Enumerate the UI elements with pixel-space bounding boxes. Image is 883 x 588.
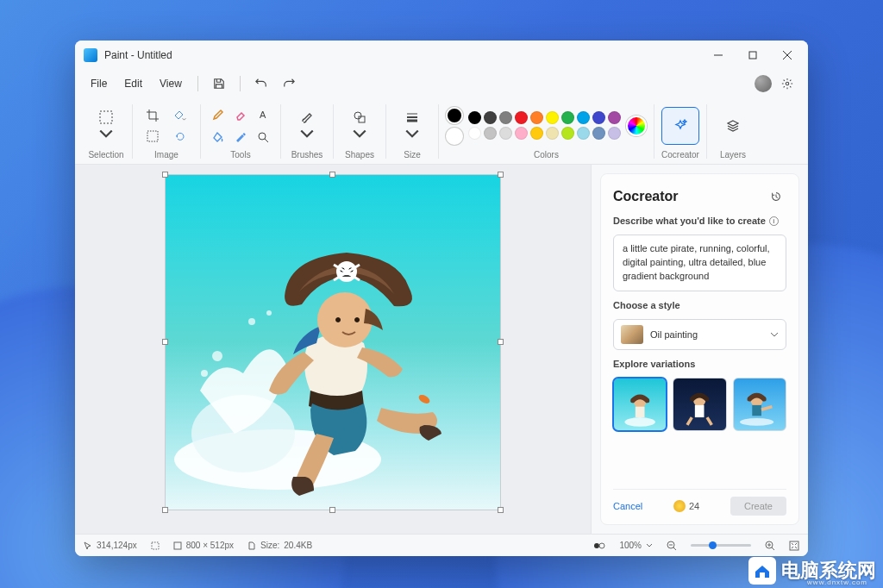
ribbon-group-layers: Layers <box>709 99 757 164</box>
ribbon-group-cocreator: Cocreator <box>656 99 705 164</box>
menu-file[interactable]: File <box>84 74 114 93</box>
variation-thumb[interactable] <box>613 378 667 431</box>
color-swatch[interactable] <box>546 111 559 124</box>
selection-tool[interactable] <box>87 105 125 147</box>
color-swatch[interactable] <box>468 111 481 124</box>
menu-view[interactable]: View <box>153 74 189 93</box>
ribbon-label: Shapes <box>345 150 374 162</box>
resize-handle[interactable] <box>329 172 335 178</box>
color-picker-button[interactable] <box>626 116 647 136</box>
color-swatch[interactable] <box>484 111 497 124</box>
variation-thumb[interactable] <box>673 378 726 431</box>
svg-point-21 <box>317 292 373 347</box>
magnify-tool[interactable] <box>253 127 273 147</box>
primary-color[interactable] <box>446 107 463 124</box>
shapes-tool[interactable] <box>341 105 379 147</box>
chevron-down-icon <box>299 127 315 142</box>
svg-line-9 <box>265 139 268 142</box>
color-swatch[interactable] <box>592 111 605 124</box>
color-swatch[interactable] <box>499 127 512 140</box>
redo-button[interactable] <box>277 72 301 96</box>
color-swatch[interactable] <box>561 127 574 140</box>
ribbon-label: Layers <box>720 150 746 162</box>
resize-handle[interactable] <box>162 339 168 345</box>
zoom-value[interactable]: 100% <box>619 541 653 550</box>
color-mode-toggle[interactable] <box>593 541 605 550</box>
fill-tool[interactable] <box>208 127 229 147</box>
color-swatch[interactable] <box>546 127 559 140</box>
svg-rect-5 <box>100 111 112 123</box>
color-swatch[interactable] <box>484 127 497 140</box>
create-button[interactable]: Create <box>730 497 786 516</box>
prompt-input[interactable]: a little cute pirate, running, colorful,… <box>613 235 786 291</box>
settings-button[interactable] <box>775 72 799 96</box>
color-swatch[interactable] <box>608 127 621 140</box>
minimize-button[interactable] <box>701 41 736 70</box>
close-button[interactable] <box>770 41 805 70</box>
pencil-tool[interactable] <box>208 104 229 125</box>
zoom-slider[interactable] <box>691 544 751 547</box>
ribbon-label: Image <box>154 150 178 162</box>
svg-line-46 <box>772 547 774 550</box>
save-button[interactable] <box>207 72 231 96</box>
color-swatch[interactable] <box>577 127 590 140</box>
style-dropdown[interactable]: Oil painting <box>613 319 786 350</box>
secondary-color[interactable] <box>446 128 463 145</box>
resize-handle[interactable] <box>162 172 168 178</box>
color-swatch[interactable] <box>468 127 481 140</box>
info-icon[interactable]: i <box>769 216 779 226</box>
resize-handle[interactable] <box>498 507 504 513</box>
color-swatch[interactable] <box>608 111 621 124</box>
color-swatch[interactable] <box>577 111 590 124</box>
svg-point-35 <box>740 418 773 426</box>
layers-button[interactable] <box>714 107 752 145</box>
chevron-down-icon <box>404 127 420 142</box>
ribbon-label: Tools <box>230 150 250 162</box>
brushes-tool[interactable] <box>288 105 326 147</box>
menubar: File Edit View <box>75 70 808 97</box>
color-swatch[interactable] <box>530 111 543 124</box>
ribbon-label: Size <box>404 150 420 162</box>
user-avatar[interactable] <box>755 75 772 92</box>
resize-tool[interactable] <box>167 106 193 125</box>
color-swatch[interactable] <box>499 111 512 124</box>
maximize-button[interactable] <box>736 41 770 70</box>
desktop-background: Paint - Untitled File Edit View <box>0 0 883 588</box>
menu-edit[interactable]: Edit <box>117 74 149 93</box>
color-swatch[interactable] <box>530 127 543 140</box>
color-swatch[interactable] <box>515 111 528 124</box>
svg-rect-11 <box>359 116 365 122</box>
text-tool[interactable]: A <box>253 104 273 125</box>
canvas-area[interactable] <box>75 165 591 534</box>
select-all-tool[interactable] <box>140 127 166 146</box>
canvas-image <box>166 175 500 510</box>
canvas[interactable] <box>166 175 500 510</box>
style-name: Oil painting <box>650 329 763 340</box>
eraser-tool[interactable] <box>230 104 251 125</box>
eyedropper-tool[interactable] <box>230 127 251 147</box>
resize-handle[interactable] <box>498 172 504 178</box>
size-tool[interactable] <box>393 105 431 147</box>
history-button[interactable] <box>766 186 786 207</box>
color-swatch[interactable] <box>515 127 528 140</box>
zoom-in-button[interactable] <box>765 541 775 551</box>
fit-screen-button[interactable] <box>789 541 799 551</box>
style-label: Choose a style <box>613 300 786 310</box>
resize-handle[interactable] <box>329 507 335 513</box>
resize-handle[interactable] <box>498 339 504 345</box>
color-swatch[interactable] <box>561 111 574 124</box>
svg-line-42 <box>673 547 676 550</box>
color-swatch[interactable] <box>592 127 605 140</box>
color-palette <box>468 111 621 140</box>
statusbar: 314,124px 800 × 512px Size: 20.4KB 100% <box>75 534 808 556</box>
chevron-down-icon <box>352 127 367 142</box>
cocreator-button[interactable] <box>661 107 699 145</box>
cancel-button[interactable]: Cancel <box>613 501 642 511</box>
svg-point-4 <box>786 82 789 85</box>
resize-handle[interactable] <box>162 507 168 513</box>
zoom-out-button[interactable] <box>667 541 677 551</box>
crop-tool[interactable] <box>140 106 166 125</box>
variation-thumb[interactable] <box>733 378 786 431</box>
undo-button[interactable] <box>249 72 273 96</box>
rotate-tool[interactable] <box>167 127 193 146</box>
